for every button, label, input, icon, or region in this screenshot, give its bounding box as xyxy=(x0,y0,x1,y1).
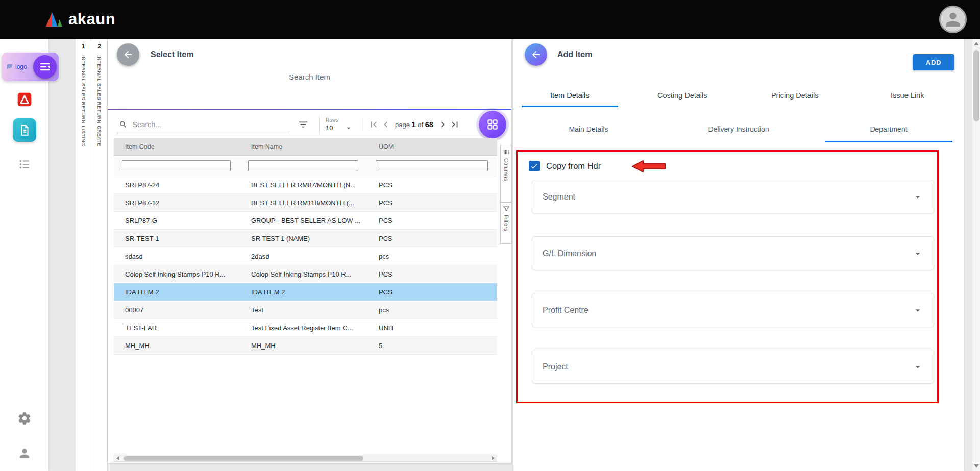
column-header-uom[interactable]: UOM xyxy=(368,143,497,151)
table-row[interactable]: SR-TEST-1SR TEST 1 (NAME)PCS xyxy=(114,230,497,247)
table-row[interactable]: SRLP87-12BEST SELLER RM118/MONTH (...PCS xyxy=(114,194,497,212)
chevron-down-icon xyxy=(912,305,923,316)
tab-pricing-details[interactable]: Pricing Details xyxy=(747,86,843,107)
brand[interactable]: akaun xyxy=(45,10,115,29)
chevron-down-icon xyxy=(912,361,923,373)
tab-issue-link[interactable]: Issue Link xyxy=(860,86,956,107)
item-table: Item Code Item Name UOM SRLP87-24BEST SE… xyxy=(114,138,497,355)
sidebar-toggle-button[interactable] xyxy=(33,55,57,79)
add-item-back-button[interactable] xyxy=(525,43,547,66)
first-page-button[interactable] xyxy=(368,118,380,131)
table-cell: MH_MH xyxy=(240,342,368,350)
filters-tool[interactable]: Filters xyxy=(500,202,512,244)
table-row[interactable]: 00007Testpcs xyxy=(114,301,497,319)
workspace-tab-internal-sales-return-create[interactable]: 2INTERNAL SALES RETURN CREATE xyxy=(91,39,108,471)
last-page-button[interactable] xyxy=(449,118,461,131)
table-row[interactable]: SRLP87-24BEST SELLER RM87/MONTH (N...PCS xyxy=(114,176,497,194)
filters-tool-label: Filters xyxy=(503,215,509,231)
table-cell: PCS xyxy=(368,270,497,278)
table-row[interactable]: Colop Self Inking Stamps P10 R...Colop S… xyxy=(114,265,497,283)
table-cell: PCS xyxy=(368,235,497,242)
table-cell: UNIT xyxy=(368,324,497,332)
profile-person-icon[interactable] xyxy=(17,447,31,460)
add-item-subtabs: Main DetailsDelivery InstructionDepartme… xyxy=(513,118,964,142)
apps-grid-icon xyxy=(486,118,499,131)
table-horizontal-scrollbar[interactable] xyxy=(114,455,497,462)
table-row[interactable]: MH_MHMH_MH5 xyxy=(114,337,497,355)
uom-filter-input[interactable] xyxy=(376,160,488,171)
subtab-department[interactable]: Department xyxy=(825,118,952,142)
subtab-delivery-instruction[interactable]: Delivery Instruction xyxy=(675,118,802,142)
filter-list-icon[interactable] xyxy=(298,119,309,130)
copy-from-hdr-checkbox[interactable] xyxy=(529,161,540,171)
tab-costing-details[interactable]: Costing Details xyxy=(634,86,731,107)
copy-from-hdr-label: Copy from Hdr xyxy=(546,161,601,171)
chevron-left-icon xyxy=(380,119,391,130)
add-item-panel: Add Item ADD Item DetailsCosting Details… xyxy=(513,39,964,471)
dropdown-segment[interactable]: Segment xyxy=(532,180,934,214)
chevron-down-icon xyxy=(912,248,923,259)
billing-app-icon[interactable] xyxy=(13,118,36,142)
column-header-item-name[interactable]: Item Name xyxy=(240,143,368,151)
topbar: akaun xyxy=(0,0,980,39)
item-code-filter-input[interactable] xyxy=(122,160,231,171)
page-scrollbar-thumb[interactable] xyxy=(973,50,979,121)
pdf-app-icon[interactable] xyxy=(16,91,33,108)
select-item-back-button[interactable] xyxy=(117,43,139,66)
item-table-body: SRLP87-24BEST SELLER RM87/MONTH (N...PCS… xyxy=(114,176,497,355)
next-page-button[interactable] xyxy=(436,118,449,131)
column-header-item-code[interactable]: Item Code xyxy=(114,143,240,151)
tab-search-item[interactable]: Search Item xyxy=(108,72,511,81)
search-input[interactable] xyxy=(132,120,287,129)
dropdown-profit-centre[interactable]: Profit Centre xyxy=(532,293,934,327)
table-cell: GROUP - BEST SELLER AS LOW ... xyxy=(240,217,368,225)
workspace-tab-internal-sales-return-listing[interactable]: 1INTERNAL SALES RETURN LISTING xyxy=(75,39,91,471)
scroll-up-arrow-icon[interactable] xyxy=(974,42,979,45)
add-button[interactable]: ADD xyxy=(913,54,954,70)
workspace-tab-number: 1 xyxy=(82,43,85,50)
table-cell: pcs xyxy=(368,253,497,260)
table-cell: PCS xyxy=(368,199,497,207)
logo-alt-text: logo xyxy=(15,63,27,70)
table-row[interactable]: SRLP87-GGROUP - BEST SELLER AS LOW ...PC… xyxy=(114,212,497,230)
settings-gear-icon[interactable] xyxy=(17,411,32,426)
user-avatar[interactable] xyxy=(939,6,967,33)
table-cell: IDA ITEM 2 xyxy=(114,288,240,296)
table-row[interactable]: IDA ITEM 2IDA ITEM 2PCS xyxy=(114,283,497,301)
department-dropdowns: SegmentG/L DimensionProfit CentreProject xyxy=(532,180,934,384)
dropdown-g-l-dimension[interactable]: G/L Dimension xyxy=(532,236,934,270)
dropdown-project[interactable]: Project xyxy=(532,350,934,384)
list-icon[interactable] xyxy=(18,158,31,171)
table-row[interactable]: sdasd2dasdpcs xyxy=(114,247,497,265)
table-cell: Test xyxy=(240,306,368,314)
previous-page-button[interactable] xyxy=(380,118,392,131)
tab-item-details[interactable]: Item Details xyxy=(522,86,618,107)
table-cell: 2dasd xyxy=(240,253,368,260)
item-name-filter-input[interactable] xyxy=(248,160,358,171)
rows-label: Rows xyxy=(326,117,353,123)
table-cell: SRLP87-24 xyxy=(114,181,240,189)
columns-tool[interactable]: Columns xyxy=(500,145,512,202)
table-cell: TEST-FAR xyxy=(114,324,240,332)
scroll-down-arrow-icon[interactable] xyxy=(974,464,979,468)
scroll-right-arrow-icon[interactable] xyxy=(492,456,495,460)
dropdown-label: Segment xyxy=(543,192,575,202)
funnel-icon xyxy=(503,205,510,212)
table-scrollbar-thumb[interactable] xyxy=(124,456,363,461)
copy-from-hdr-row: Copy from Hdr xyxy=(529,161,601,171)
select-item-header: Select Item xyxy=(117,43,193,66)
table-cell: SR-TEST-1 xyxy=(114,235,240,242)
grid-view-button[interactable] xyxy=(479,111,506,138)
subtab-main-details[interactable]: Main Details xyxy=(525,118,652,142)
table-row[interactable]: TEST-FARTest Fixed Asset Register Item C… xyxy=(114,319,497,337)
menu-icon xyxy=(39,61,51,73)
rows-per-page-select[interactable]: Rows 10 xyxy=(319,116,359,133)
table-cell: SRLP87-G xyxy=(114,217,240,225)
select-item-panel: Select Item Search Item Rows 10 xyxy=(108,39,511,463)
page-scrollbar[interactable] xyxy=(972,39,980,471)
add-item-tabs: Item DetailsCosting DetailsPricing Detai… xyxy=(513,86,964,107)
scroll-left-arrow-icon[interactable] xyxy=(116,456,119,460)
table-cell: SRLP87-12 xyxy=(114,199,240,207)
table-cell: MH_MH xyxy=(114,342,240,350)
page-word: page xyxy=(395,121,410,129)
